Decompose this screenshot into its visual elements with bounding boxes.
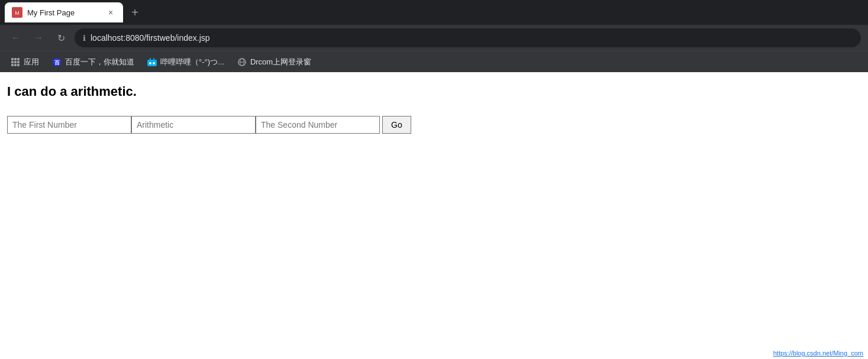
bookmark-apps-label: 应用 [24,57,39,67]
arithmetic-input[interactable] [131,116,256,134]
forward-button[interactable]: → [30,29,47,47]
drcom-icon [237,57,247,67]
svg-rect-6 [153,58,154,60]
page-content: I can do a arithmetic. Go [0,72,868,356]
bookmark-baidu[interactable]: 百 百度一下，你就知道 [46,54,140,70]
browser-chrome: M My First Page × + ← → ↻ ℹ localhost:80… [0,0,868,72]
back-button[interactable]: ← [7,29,25,47]
address-text: localhost:8080/firstweb/index.jsp [91,33,853,43]
bookmark-bilibili-label: 哔哩哔哩（°-°)つ... [160,57,224,67]
tab-title: My First Page [27,8,101,17]
nav-bar: ← → ↻ ℹ localhost:8080/firstweb/index.js… [0,25,868,51]
second-number-input[interactable] [256,116,380,134]
bilibili-icon [147,57,157,67]
arithmetic-form: Go [7,116,861,134]
bookmark-baidu-label: 百度一下，你就知道 [65,57,134,67]
first-number-input[interactable] [7,116,131,134]
svg-rect-5 [150,58,151,60]
footer-link[interactable]: https://blog.csdn.net/Ming_com [773,350,863,356]
bookmark-drcom[interactable]: Drcom上网登录窗 [231,54,317,70]
bookmark-bilibili[interactable]: 哔哩哔哩（°-°)つ... [141,54,230,70]
bookmarks-bar: 应用 百 百度一下，你就知道 哔哩哔 [0,51,868,72]
tab-favicon: M [12,7,22,18]
tab-close-button[interactable]: × [105,7,116,18]
tab-bar: M My First Page × + [0,0,868,25]
new-tab-button[interactable]: + [125,3,144,22]
bookmark-apps[interactable]: 应用 [5,54,45,70]
baidu-icon: 百 [52,57,62,67]
svg-point-8 [153,62,155,64]
active-tab[interactable]: M My First Page × [5,2,123,22]
svg-rect-4 [147,60,157,66]
secure-icon: ℹ [83,34,86,43]
grid-icon [11,58,20,66]
go-button[interactable]: Go [382,116,411,134]
page-heading: I can do a arithmetic. [7,84,861,99]
svg-text:M: M [15,10,20,16]
address-bar[interactable]: ℹ localhost:8080/firstweb/index.jsp [75,28,861,47]
svg-text:百: 百 [54,60,60,66]
bookmark-drcom-label: Drcom上网登录窗 [250,57,311,67]
svg-point-7 [149,62,151,64]
apps-icon [11,57,20,67]
reload-button[interactable]: ↻ [52,29,70,47]
